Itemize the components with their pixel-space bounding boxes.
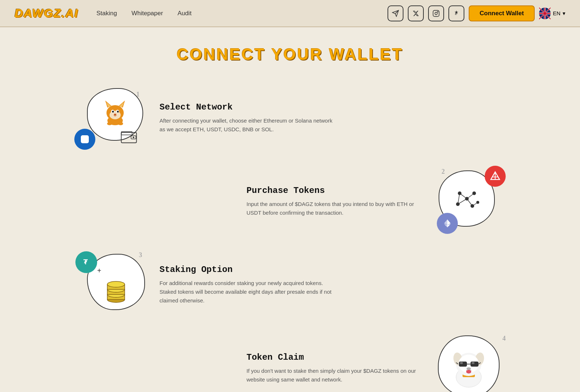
steps-container: 1 Select Network After (72, 82, 508, 392)
nav-links: Staking Whitepaper Audit (96, 10, 191, 17)
step-1-desc: After connecting your wallet, choose eit… (160, 116, 334, 134)
cool-dog-icon (445, 343, 492, 390)
connect-wallet-button[interactable]: Connect Wallet (469, 5, 535, 21)
logo: DAWGZ.AI (14, 7, 78, 20)
svg-point-17 (112, 111, 114, 112)
network-icon (452, 184, 481, 213)
nav-staking[interactable]: Staking (96, 10, 117, 17)
svg-point-25 (133, 137, 134, 139)
step-1-title: Select Network (160, 102, 334, 112)
svg-point-67 (466, 370, 471, 374)
step-3-illustration: ₮ + 3 (72, 248, 145, 321)
lang-chevron-icon: ▾ (563, 10, 566, 17)
svg-marker-42 (447, 219, 451, 225)
nav-audit[interactable]: Audit (178, 10, 192, 17)
wallet-mini-icon (121, 130, 137, 147)
step-4-text: Token Claim If you don't want to stake t… (246, 352, 420, 384)
svg-point-7 (539, 8, 551, 19)
plus-icon: + (97, 267, 101, 275)
nav-whitepaper[interactable]: Whitepaper (132, 10, 163, 17)
usdt-icon: ₮ (75, 251, 97, 273)
dog-blob (438, 335, 500, 392)
step-4-desc: If you don't want to stake then simply c… (246, 367, 420, 384)
step-4-title: Token Claim (246, 352, 420, 362)
svg-point-51 (107, 281, 125, 287)
step-4-number: 4 (502, 335, 506, 342)
svg-marker-41 (444, 219, 447, 225)
svg-point-18 (117, 111, 119, 112)
svg-line-33 (467, 193, 474, 199)
fox-icon (100, 99, 130, 130)
step-3-title: Staking Option (160, 265, 334, 275)
navbar: DAWGZ.AI Staking Whitepaper Audit (0, 0, 580, 27)
step-1-row: 1 Select Network After (72, 82, 508, 154)
step-2-desc: Input the amount of $DAGZ tokens that yo… (246, 200, 420, 217)
step-1-number: 1 (136, 91, 140, 98)
step-1-illustration: 1 (72, 82, 145, 154)
svg-line-36 (472, 202, 478, 206)
svg-point-21 (118, 122, 123, 125)
svg-point-64 (460, 362, 463, 364)
star-button[interactable]: ✳ (448, 5, 464, 21)
lang-label: EN (553, 10, 560, 16)
svg-rect-2 (433, 10, 439, 16)
svg-point-3 (435, 12, 438, 15)
flag-icon (539, 8, 551, 19)
ethereum-icon (437, 213, 458, 234)
svg-point-19 (114, 114, 116, 115)
step-4-illustration: 4 (435, 332, 508, 392)
svg-point-65 (472, 362, 475, 364)
telegram-button[interactable] (388, 5, 403, 21)
main-content: CONNECT YOUR WALLET (0, 27, 580, 392)
step-3-desc: For additional rewards consider staking … (160, 279, 334, 305)
svg-line-35 (467, 199, 472, 206)
metamask-stop-icon (74, 129, 95, 150)
step-3-number: 3 (139, 251, 142, 259)
step-2-row: Purchase Tokens Input the amount of $DAG… (72, 165, 508, 238)
svg-point-66 (467, 367, 471, 370)
svg-point-4 (438, 11, 438, 12)
svg-text:✳: ✳ (455, 12, 457, 16)
svg-line-37 (458, 193, 460, 204)
coins-icon (103, 278, 129, 304)
step-2-number: 2 (442, 168, 445, 176)
step-3-text: Staking Option For additional rewards co… (160, 265, 334, 305)
svg-line-34 (458, 199, 467, 204)
svg-rect-59 (459, 362, 467, 367)
step-2-text: Purchase Tokens Input the amount of $DAG… (246, 186, 420, 217)
language-selector[interactable]: EN ▾ (539, 8, 566, 19)
nav-right: ✳ Connect Wallet EN ▾ (388, 5, 566, 21)
step-2-title: Purchase Tokens (246, 186, 420, 195)
tron-icon (485, 166, 506, 187)
svg-point-20 (107, 122, 112, 125)
step-2-illustration: 2 (435, 165, 508, 238)
step-4-row: Token Claim If you don't want to stake t… (72, 332, 508, 392)
instagram-button[interactable] (428, 5, 444, 21)
step-3-row: ₮ + 3 Staking Option For additional rewa… (72, 248, 508, 321)
svg-rect-60 (471, 362, 478, 367)
step-1-text: Select Network After connecting your wal… (160, 102, 334, 134)
page-title: CONNECT YOUR WALLET (177, 45, 403, 63)
svg-line-32 (460, 193, 467, 199)
svg-text:₮: ₮ (83, 259, 88, 266)
x-twitter-button[interactable] (408, 5, 424, 21)
